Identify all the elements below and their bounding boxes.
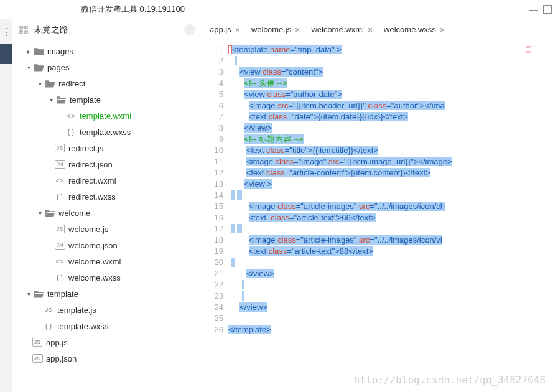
tree-label: redirect xyxy=(58,79,85,88)
tree-label: redirect.wxss xyxy=(68,192,116,202)
watermark-text: http://blog.csdn.net/qq_34827048 xyxy=(354,374,546,386)
tree-label: welcome.wxss xyxy=(68,273,121,282)
tree-file-template2-js[interactable]: JS template.js xyxy=(12,302,202,318)
wxml-file-icon: <> xyxy=(66,111,76,121)
tree-file-redirect-wxss[interactable]: { } redirect.wxss xyxy=(12,189,202,205)
json-file-icon: JN xyxy=(55,240,65,250)
editor-tabs: app.js× welcome.js× welcome.wxml× welcom… xyxy=(202,19,558,40)
tab-label: welcome.wxss xyxy=(384,25,436,34)
file-tree: ▸ images ▾ pages ⋯ ▾ redirect ▾ template xyxy=(12,40,202,392)
sidebar: 未竟之路 ⋯ ▸ images ▾ pages ⋯ ▾ redirect ▾ xyxy=(12,19,202,392)
tree-label: welcome.json xyxy=(68,241,118,250)
folder-open-icon xyxy=(45,208,55,218)
tree-label: app.js xyxy=(46,338,68,347)
tree-label: template.wxss xyxy=(57,322,108,331)
folder-open-icon xyxy=(56,95,66,105)
svg-rect-2 xyxy=(20,31,22,34)
tree-file-template2-wxss[interactable]: { } template.wxss xyxy=(12,318,202,334)
caret-down-icon: ▾ xyxy=(25,291,32,297)
tab-label: app.js xyxy=(210,25,231,34)
tree-folder-template2[interactable]: ▾ template xyxy=(12,286,202,302)
wxss-file-icon: { } xyxy=(55,192,65,202)
activity-item[interactable]: ⋮ xyxy=(0,19,12,44)
json-file-icon: JN xyxy=(32,353,42,363)
project-name: 未竟之路 xyxy=(34,24,68,35)
close-icon[interactable]: × xyxy=(235,25,240,35)
tree-folder-template[interactable]: ▾ template xyxy=(12,91,202,108)
tree-file-welcome-wxss[interactable]: { } welcome.wxss xyxy=(12,269,202,286)
tree-file-template-wxml[interactable]: <> template.wxml xyxy=(12,108,202,124)
window-controls xyxy=(529,5,552,14)
window-titlebar: 微信开发者工具 0.19.191100 xyxy=(0,0,558,19)
tree-label: welcome xyxy=(58,208,90,218)
activity-item-active[interactable] xyxy=(0,44,12,64)
tree-file-welcome-wxml[interactable]: <> welcome.wxml xyxy=(12,253,202,269)
project-more-icon[interactable]: ⋯ xyxy=(184,24,195,35)
tab-label: welcome.wxml xyxy=(311,25,364,34)
tree-file-template-wxss[interactable]: { } template.wxss xyxy=(12,124,202,140)
svg-rect-0 xyxy=(20,26,22,29)
activity-bar: ⋮ xyxy=(0,19,12,392)
close-icon[interactable]: × xyxy=(440,25,445,35)
tree-label: redirect.js xyxy=(68,144,103,153)
minimap[interactable]: ▬▬▬▬▬▬▬▬▬▬▬▬▬▬▬▬▬▬▬▬▬▬▬▬▬▬ xyxy=(526,44,554,94)
tree-file-app-js[interactable]: JS app.js xyxy=(12,334,202,350)
js-file-icon: JS xyxy=(55,143,65,153)
maximize-icon[interactable] xyxy=(543,5,552,14)
tree-file-welcome-js[interactable]: JS welcome.js xyxy=(12,221,202,237)
tree-label: welcome.js xyxy=(68,225,108,234)
tree-label: app.json xyxy=(46,354,77,363)
tree-label: template.js xyxy=(57,306,96,315)
js-file-icon: JS xyxy=(32,337,42,347)
tab-welcome-js[interactable]: welcome.js× xyxy=(244,19,304,40)
tree-label: template.wxml xyxy=(80,111,131,121)
project-tree-icon xyxy=(19,25,29,35)
tree-label: template.wxss xyxy=(80,128,131,137)
tree-label: images xyxy=(47,47,73,56)
folder-icon xyxy=(34,46,44,56)
tab-app-js[interactable]: app.js× xyxy=(202,19,244,40)
close-icon[interactable]: × xyxy=(368,25,373,35)
row-more-icon[interactable]: ⋯ xyxy=(190,63,197,72)
tree-folder-welcome[interactable]: ▾ welcome xyxy=(12,205,202,221)
tree-label: welcome.wxml xyxy=(68,257,121,266)
tree-file-redirect-wxml[interactable]: <> redirect.wxml xyxy=(12,172,202,189)
tree-label: pages xyxy=(47,63,69,72)
wxss-file-icon: { } xyxy=(66,127,76,137)
tab-label: welcome.js xyxy=(251,25,291,34)
tree-label: redirect.json xyxy=(68,160,113,169)
close-icon[interactable]: × xyxy=(295,25,300,35)
code-editor[interactable]: 1234567891011121314151617181920212223242… xyxy=(202,40,558,392)
caret-down-icon: ▾ xyxy=(47,96,55,103)
tree-file-welcome-json[interactable]: JN welcome.json xyxy=(12,237,202,253)
tree-file-app-json[interactable]: JN app.json xyxy=(12,350,202,366)
tree-label: template xyxy=(47,289,78,299)
wxml-file-icon: <> xyxy=(55,256,65,266)
app-title: 微信开发者工具 0.19.191100 xyxy=(81,4,185,15)
wxml-file-icon: <> xyxy=(55,175,65,185)
tab-welcome-wxss[interactable]: welcome.wxss× xyxy=(376,19,449,40)
tree-folder-images[interactable]: ▸ images xyxy=(12,43,202,59)
tab-welcome-wxml[interactable]: welcome.wxml× xyxy=(304,19,376,40)
tree-label: template xyxy=(70,95,101,105)
wxss-file-icon: { } xyxy=(44,321,53,331)
caret-right-icon: ▸ xyxy=(25,48,32,55)
caret-down-icon: ▾ xyxy=(25,64,32,71)
tree-label: redirect.wxml xyxy=(68,176,116,185)
folder-open-icon xyxy=(34,62,44,72)
tree-folder-pages[interactable]: ▾ pages ⋯ xyxy=(12,59,202,75)
js-file-icon: JS xyxy=(55,224,65,234)
folder-open-icon xyxy=(34,289,44,299)
json-file-icon: JN xyxy=(55,159,65,169)
caret-down-icon: ▾ xyxy=(36,210,44,217)
tree-file-redirect-js[interactable]: JS redirect.js xyxy=(12,140,202,156)
caret-down-icon: ▾ xyxy=(36,80,44,87)
svg-rect-1 xyxy=(25,26,27,29)
tree-file-redirect-json[interactable]: JN redirect.json xyxy=(12,156,202,172)
svg-rect-3 xyxy=(25,31,27,34)
line-numbers: 1234567891011121314151617181920212223242… xyxy=(202,40,228,392)
minimize-icon[interactable] xyxy=(529,10,538,11)
code-lines: <template name="tmp_data" > <view class=… xyxy=(228,40,558,392)
js-file-icon: JS xyxy=(44,305,53,315)
tree-folder-redirect[interactable]: ▾ redirect xyxy=(12,75,202,91)
